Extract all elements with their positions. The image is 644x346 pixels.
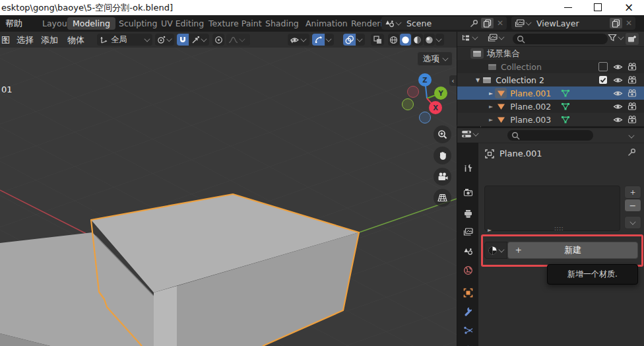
viewlayer-remove-icon[interactable]: ✕ (626, 18, 632, 28)
proportional-edit-toggle[interactable] (212, 34, 224, 46)
gizmo-axis-z[interactable]: Z (418, 73, 432, 86)
browse-material-button[interactable] (484, 242, 507, 259)
scene-selector[interactable]: Scene ✕ (381, 17, 507, 30)
viewlayer-copy-button[interactable] (610, 18, 622, 28)
scene-unlink-icon[interactable]: ✕ (497, 18, 503, 28)
viewport-options-button[interactable]: 选项 (417, 52, 453, 66)
collapse-triangle-icon[interactable]: ► (489, 104, 493, 110)
panel-grip-dots[interactable]: ∶∶∶∶ (554, 225, 564, 232)
snap-toggle[interactable] (177, 34, 189, 46)
hide-eye-icon[interactable] (612, 61, 624, 73)
overlays-dropdown[interactable] (356, 34, 365, 46)
gizmo-dropdown[interactable] (325, 34, 334, 46)
render-camera-icon[interactable] (626, 114, 638, 125)
tab-output[interactable] (459, 205, 476, 222)
menu-help[interactable]: 帮助 (5, 18, 22, 30)
menu-add[interactable]: 添加 (41, 34, 58, 46)
add-slot-button[interactable]: ＋ (624, 186, 641, 199)
hide-eye-icon[interactable] (612, 114, 624, 125)
zoom-button[interactable] (434, 125, 451, 143)
collection-exclude-checkbox[interactable] (597, 61, 609, 73)
viewlayer-selector[interactable]: ViewLayer ✕ (511, 17, 635, 30)
sidebar-toggle[interactable]: ‹ (449, 75, 457, 86)
gizmo-axis-x[interactable]: X (429, 101, 442, 114)
panel-disclosure-icon[interactable]: ► (488, 227, 492, 233)
pan-button[interactable] (434, 147, 451, 164)
workspace-tab-uvediting[interactable]: UV Editing (156, 17, 209, 30)
workspace-tab-shading[interactable]: Shading (260, 17, 304, 30)
render-camera-icon[interactable] (626, 74, 638, 86)
pivot-point-dropdown[interactable] (155, 34, 174, 46)
gizmo-axis-y-neg[interactable] (402, 98, 414, 110)
pin-icon[interactable] (470, 19, 478, 28)
render-camera-icon[interactable] (626, 100, 638, 112)
maximize-button[interactable] (587, 0, 609, 15)
expand-triangle-icon[interactable]: ▼ (476, 77, 480, 83)
gizmo-axis-y[interactable]: Y (434, 86, 447, 100)
collapse-triangle-icon[interactable]: ► (489, 90, 493, 96)
workspace-tab-animation[interactable]: Animation (300, 17, 353, 30)
show-overlays-toggle[interactable] (343, 34, 356, 46)
hide-eye-icon[interactable] (612, 87, 624, 99)
proportional-falloff-dropdown[interactable] (226, 34, 250, 46)
show-gizmo-toggle[interactable] (312, 34, 325, 46)
hide-eye-icon[interactable] (612, 74, 624, 86)
camera-view-button[interactable] (434, 168, 451, 186)
object-row-plane001[interactable]: ► Plane.001 (457, 86, 644, 100)
outliner-editor-type-button[interactable] (461, 34, 480, 42)
scene-copy-button[interactable] (481, 18, 494, 28)
snap-to-dropdown[interactable] (189, 34, 209, 46)
material-slot-list[interactable] (484, 186, 620, 231)
tab-modifiers[interactable] (459, 302, 476, 320)
shading-rendered-button[interactable] (424, 34, 435, 46)
collapse-triangle-icon[interactable]: ► (489, 117, 493, 123)
properties-search-input[interactable] (507, 130, 593, 141)
show-object-types-dropdown[interactable] (288, 34, 309, 46)
object-row-plane002[interactable]: ► Plane.002 (457, 100, 644, 113)
tab-physics[interactable] (459, 340, 476, 346)
properties-editor-type-button[interactable] (461, 130, 481, 138)
collection2-row[interactable]: ▼ Collection 2 (457, 73, 644, 86)
transform-orientation-dropdown[interactable]: 全局 (97, 34, 152, 46)
new-material-button[interactable]: ＋ 新建 (507, 242, 638, 259)
ortho-toggle-button[interactable] (434, 189, 451, 207)
outliner-display-mode-button[interactable] (488, 34, 507, 42)
gizmo-axis-z-neg[interactable] (419, 112, 431, 123)
tab-tool[interactable] (459, 159, 476, 176)
workspace-tab-modeling[interactable]: Modeling (67, 17, 115, 30)
scene-collection-row[interactable]: 场景集合 (457, 47, 644, 60)
shading-dropdown[interactable] (435, 34, 444, 46)
tab-particles[interactable] (459, 322, 476, 339)
tab-scene[interactable] (459, 242, 476, 260)
menu-object[interactable]: 物体 (67, 34, 84, 46)
shading-solid-button[interactable] (400, 34, 411, 46)
render-camera-icon[interactable] (626, 87, 638, 99)
remove-slot-button[interactable]: − (624, 199, 641, 212)
outliner-search-input[interactable] (513, 34, 608, 44)
collection-row[interactable]: Collection (457, 60, 644, 73)
tab-render[interactable] (459, 184, 476, 201)
close-button[interactable]: × (618, 0, 640, 15)
slot-specials-button[interactable] (624, 216, 641, 229)
shading-material-button[interactable] (412, 34, 423, 46)
hide-eye-icon[interactable] (612, 100, 624, 112)
outliner-filter-button[interactable] (608, 34, 626, 42)
shading-wireframe-button[interactable] (388, 34, 399, 46)
xray-toggle[interactable] (371, 34, 384, 46)
minimize-button[interactable] (557, 0, 579, 15)
search-icon (511, 131, 520, 140)
collection2-exclude-checkbox[interactable] (597, 74, 609, 86)
viewport-3d[interactable]: 01 选项 Z Y X ‹ (0, 48, 457, 346)
workspace-tab-texturepaint[interactable]: Texture Paint (203, 17, 267, 30)
tab-world[interactable] (459, 261, 476, 279)
properties-options-dropdown[interactable] (628, 132, 634, 138)
menu-view[interactable]: 图 (1, 34, 10, 46)
pin-id-button[interactable] (628, 148, 636, 158)
new-collection-button[interactable] (626, 33, 639, 45)
menu-select[interactable]: 选择 (16, 34, 34, 46)
object-row-plane003[interactable]: ► Plane.003 (457, 113, 644, 126)
render-camera-icon[interactable] (626, 61, 638, 73)
tab-object[interactable] (459, 284, 476, 301)
tab-view-layer[interactable] (459, 223, 476, 240)
gizmo-axis-x-neg[interactable] (407, 86, 419, 98)
